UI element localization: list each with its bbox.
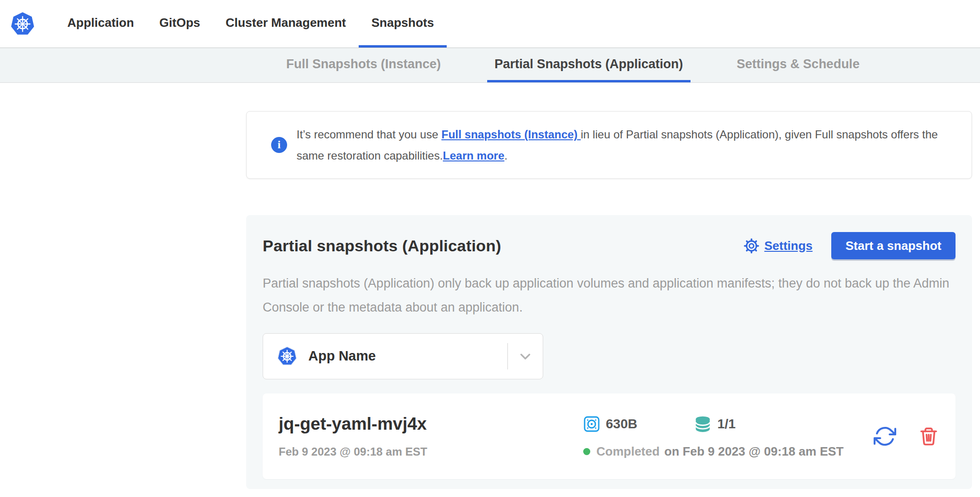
banner-text-part1: It’s recommend that you use [297, 128, 442, 141]
tab-full-snapshots-instance[interactable]: Full Snapshots (Instance) [279, 48, 449, 82]
snapshot-identity: jq-get-yaml-mvj4x Feb 9 2023 @ 09:18 am … [279, 413, 583, 459]
snapshot-row: jq-get-yaml-mvj4x Feb 9 2023 @ 09:18 am … [263, 393, 956, 479]
snapshot-status-detail: on Feb 9 2023 @ 09:18 am EST [664, 444, 843, 459]
snapshot-name: jq-get-yaml-mvj4x [279, 414, 427, 434]
snapshot-timestamp: Feb 9 2023 @ 09:18 am EST [279, 445, 427, 458]
start-snapshot-button[interactable]: Start a snapshot [831, 232, 956, 259]
panel-header: Partial snapshots (Application) S [263, 232, 956, 259]
recommendation-banner: i It’s recommend that you use Full snaps… [246, 111, 972, 179]
panel-title: Partial snapshots (Application) [263, 237, 744, 255]
kubernetes-logo-icon [10, 12, 35, 36]
banner-text-part3: . [505, 149, 508, 162]
tab-partial-snapshots-application[interactable]: Partial Snapshots (Application) [487, 48, 691, 82]
info-icon: i [271, 137, 287, 153]
nav-item-cluster-management[interactable]: Cluster Management [213, 0, 359, 48]
nav-item-snapshots[interactable]: Snapshots [359, 0, 447, 48]
nav-item-gitops[interactable]: GitOps [147, 0, 213, 48]
app-name-value: App Name [308, 348, 507, 364]
snapshot-size-value: 630B [606, 417, 637, 432]
partial-snapshots-panel: Partial snapshots (Application) S [246, 215, 972, 489]
disk-size-icon [583, 416, 600, 433]
snapshots-tab-bar: Full Snapshots (Instance) Partial Snapsh… [0, 48, 980, 83]
trash-icon [919, 426, 939, 446]
tab-settings-schedule[interactable]: Settings & Schedule [729, 48, 867, 82]
nav-item-application[interactable]: Application [55, 0, 147, 48]
delete-snapshot-button[interactable] [919, 426, 939, 446]
panel-description: Partial snapshots (Application) only bac… [263, 272, 952, 320]
recommendation-text: It’s recommend that you use Full snapsho… [297, 124, 955, 166]
app-name-selector[interactable]: App Name [263, 333, 543, 379]
full-snapshots-instance-link[interactable]: Full snapshots (Instance) [442, 128, 581, 141]
snapshot-details: 630B 1/1 [583, 413, 843, 459]
chevron-down-icon[interactable] [508, 349, 543, 363]
learn-more-link[interactable]: Learn more [443, 149, 505, 162]
app-kubernetes-icon [277, 346, 297, 366]
gear-icon [744, 238, 759, 254]
restore-snapshot-button[interactable] [874, 425, 896, 448]
restore-icon [874, 425, 896, 448]
status-green-dot [583, 448, 590, 455]
content-area: i It’s recommend that you use Full snaps… [0, 111, 980, 489]
settings-link-label: Settings [764, 239, 813, 253]
database-volumes-icon [694, 415, 712, 433]
snapshot-actions [874, 425, 939, 448]
kubernetes-logo [10, 0, 35, 48]
settings-link[interactable]: Settings [744, 238, 813, 254]
top-navigation: Application GitOps Cluster Management Sn… [0, 0, 980, 48]
snapshot-volumes-value: 1/1 [717, 417, 736, 432]
snapshot-status: Completed [596, 444, 659, 459]
snapshot-size-metric: 630B [583, 416, 637, 433]
snapshot-volumes-metric: 1/1 [694, 415, 736, 433]
